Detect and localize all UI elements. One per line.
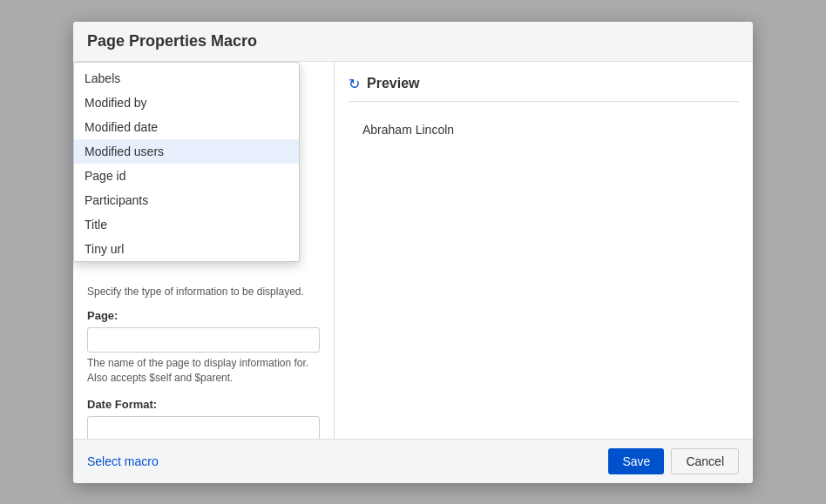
page-label: Page: (87, 309, 320, 322)
dropdown-item[interactable]: Modified date (74, 115, 299, 139)
page-group: Page: The name of the page to display in… (87, 309, 320, 386)
select-macro-link[interactable]: Select macro (87, 454, 159, 468)
preview-header: ↻ Preview (349, 76, 739, 102)
cancel-button[interactable]: Cancel (671, 448, 739, 474)
form-section: Specify the type of information to be di… (87, 285, 320, 439)
footer-right: Save Cancel (608, 448, 739, 474)
dialog-overlay: Page Properties Macro LabelsModified byM… (0, 0, 826, 504)
dropdown-item[interactable]: Tiny url (74, 237, 299, 258)
left-panel: LabelsModified byModified dateModified u… (73, 62, 335, 439)
description-text: Specify the type of information to be di… (87, 285, 320, 299)
page-hint: The name of the page to display informat… (87, 356, 320, 386)
date-format-input[interactable] (87, 416, 320, 439)
dropdown-menu[interactable]: LabelsModified byModified dateModified u… (73, 62, 300, 262)
refresh-icon: ↻ (349, 76, 360, 92)
dropdown-item[interactable]: Modified by (74, 91, 299, 115)
dropdown-item[interactable]: Title (74, 212, 299, 237)
dialog-footer: Select macro Save Cancel (73, 439, 753, 483)
macro-dialog: Page Properties Macro LabelsModified byM… (73, 22, 753, 483)
date-format-group: Date Format: Allows to override default … (87, 398, 320, 439)
dialog-body: LabelsModified byModified dateModified u… (73, 62, 753, 439)
date-format-label: Date Format: (87, 398, 320, 411)
footer-left: Select macro (87, 454, 159, 468)
save-button[interactable]: Save (608, 448, 664, 474)
dialog-header: Page Properties Macro (73, 22, 753, 62)
page-input[interactable] (87, 327, 320, 353)
dropdown-item[interactable]: Labels (74, 66, 299, 91)
dropdown-item[interactable]: Modified users (74, 139, 299, 164)
preview-content: Abraham Lincoln (349, 116, 739, 144)
dialog-title: Page Properties Macro (87, 32, 739, 50)
dropdown-item[interactable]: Page id (74, 164, 299, 188)
right-panel: ↻ Preview Abraham Lincoln (335, 62, 753, 439)
dropdown-item[interactable]: Participants (74, 188, 299, 212)
preview-text: Abraham Lincoln (362, 123, 454, 137)
dropdown-scroll[interactable]: LabelsModified byModified dateModified u… (74, 66, 299, 258)
preview-title: Preview (367, 76, 419, 91)
